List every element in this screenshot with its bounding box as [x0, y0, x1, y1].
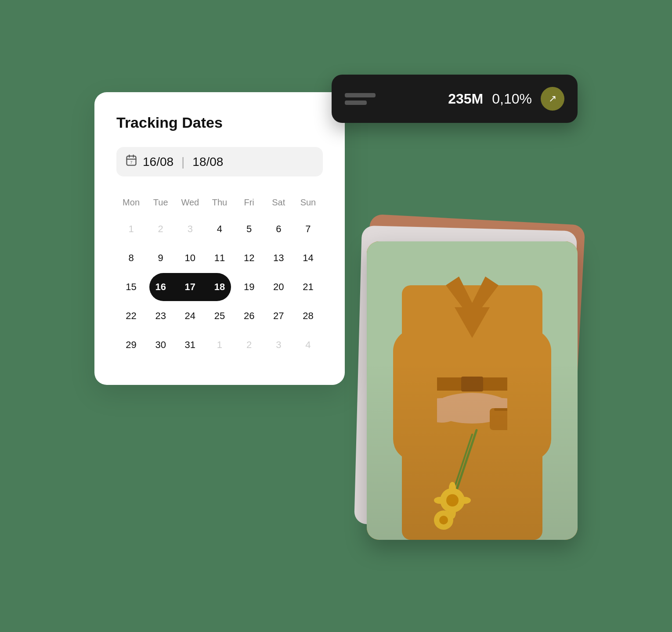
calendar-day[interactable]: 11	[205, 244, 234, 272]
svg-point-10	[422, 398, 461, 423]
calendar-day[interactable]: 8	[116, 244, 146, 272]
calendar-week-3: 15 16 17 18 19 20 21	[116, 273, 323, 301]
calendar-day-selected[interactable]: 16	[146, 273, 175, 301]
calendar-day[interactable]: 29	[116, 331, 146, 359]
weekday-sun: Sun	[293, 194, 323, 211]
weekday-wed: Wed	[175, 194, 205, 211]
svg-point-20	[434, 510, 453, 530]
calendar-day[interactable]: 2	[146, 215, 175, 243]
stats-percent: 0,10%	[492, 91, 532, 107]
svg-point-14	[440, 488, 465, 513]
calendar-day[interactable]: 23	[146, 302, 175, 330]
weekday-fri: Fri	[235, 194, 264, 211]
svg-rect-25	[507, 329, 551, 461]
fashion-photo	[367, 241, 578, 540]
calendar-day[interactable]: 22	[116, 302, 146, 330]
calendar-day[interactable]: 19	[235, 273, 264, 301]
svg-rect-23	[494, 408, 528, 411]
weekday-tue: Tue	[146, 194, 175, 211]
weekday-sat: Sat	[264, 194, 293, 211]
calendar-day[interactable]: 31	[175, 331, 205, 359]
calendar-title: Tracking Dates	[116, 114, 323, 131]
calendar-week-5: 29 30 31 1 2 3 4	[116, 331, 323, 359]
svg-point-21	[439, 516, 448, 524]
calendar-day[interactable]: 6	[264, 215, 293, 243]
stats-card: 235M 0,10% ↗	[332, 75, 578, 123]
stats-line-long	[345, 93, 376, 97]
svg-rect-24	[393, 329, 437, 461]
calendar-day[interactable]: 30	[146, 331, 175, 359]
weekday-thu: Thu	[205, 194, 234, 211]
svg-text:7: 7	[130, 161, 133, 165]
calendar-day[interactable]: 1	[205, 331, 234, 359]
svg-point-15	[446, 494, 459, 506]
calendar-icon: 7	[125, 154, 137, 169]
calendar-day[interactable]: 7	[293, 215, 323, 243]
calendar-day[interactable]: 27	[264, 302, 293, 330]
stats-value: 235M	[448, 91, 483, 107]
stats-trend-button[interactable]: ↗	[541, 87, 564, 111]
calendar-day[interactable]: 5	[235, 215, 264, 243]
calendar-day[interactable]: 4	[205, 215, 234, 243]
image-card-front	[367, 241, 578, 540]
calendar-day[interactable]: 26	[235, 302, 264, 330]
stats-line-short	[345, 101, 367, 105]
date-divider: |	[181, 155, 184, 169]
svg-rect-22	[490, 408, 525, 430]
svg-line-13	[446, 434, 472, 514]
trend-up-icon: ↗	[549, 93, 556, 104]
calendar-day[interactable]: 21	[293, 273, 323, 301]
calendar-week-2: 8 9 10 11 12 13 14	[116, 244, 323, 272]
svg-point-17	[449, 506, 456, 519]
calendar-day[interactable]: 25	[205, 302, 234, 330]
calendar-day[interactable]: 10	[175, 244, 205, 272]
calendar-day[interactable]: 13	[264, 244, 293, 272]
date-to: 18/08	[192, 155, 223, 169]
svg-rect-7	[424, 377, 520, 391]
calendar-day[interactable]: 9	[146, 244, 175, 272]
calendar-day[interactable]: 20	[264, 273, 293, 301]
date-range-input[interactable]: 7 16/08 | 18/08	[116, 147, 323, 176]
calendar-day[interactable]: 4	[293, 331, 323, 359]
date-from: 16/08	[143, 155, 173, 169]
calendar-day[interactable]: 3	[264, 331, 293, 359]
svg-point-9	[433, 393, 512, 424]
svg-point-16	[449, 482, 456, 494]
calendar-day-selected[interactable]: 17	[175, 273, 205, 301]
calendar-day[interactable]: 15	[116, 273, 146, 301]
calendar-grid: Mon Tue Wed Thu Fri Sat Sun 1 2 3 4 5 6 …	[116, 194, 323, 359]
svg-rect-8	[461, 377, 483, 391]
calendar-day-selected[interactable]: 18	[205, 273, 234, 301]
weekday-headers: Mon Tue Wed Thu Fri Sat Sun	[116, 194, 323, 211]
calendar-day[interactable]: 24	[175, 302, 205, 330]
calendar-day[interactable]: 3	[175, 215, 205, 243]
calendar-day[interactable]: 14	[293, 244, 323, 272]
calendar-day[interactable]: 2	[235, 331, 264, 359]
calendar-weeks: 1 2 3 4 5 6 7 8 9 10 11 12 13 14	[116, 215, 323, 359]
svg-point-18	[434, 497, 446, 504]
svg-line-12	[455, 430, 477, 496]
calendar-day[interactable]: 12	[235, 244, 264, 272]
calendar-day[interactable]: 28	[293, 302, 323, 330]
calendar-day[interactable]: 1	[116, 215, 146, 243]
image-stack	[345, 219, 578, 544]
svg-point-19	[459, 497, 471, 504]
calendar-week-1: 1 2 3 4 5 6 7	[116, 215, 323, 243]
calendar-card: Tracking Dates 7 16/08 | 18/08 Mon Tue W…	[94, 92, 345, 385]
calendar-week-4: 22 23 24 25 26 27 28	[116, 302, 323, 330]
stats-lines	[345, 93, 376, 105]
svg-point-11	[483, 398, 523, 423]
weekday-mon: Mon	[116, 194, 146, 211]
main-scene: Tracking Dates 7 16/08 | 18/08 Mon Tue W…	[94, 75, 578, 557]
